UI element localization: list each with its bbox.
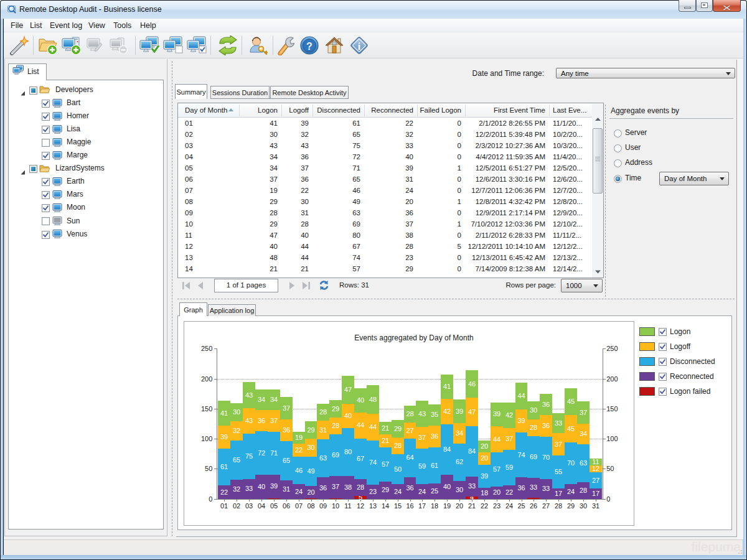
- svg-text:i: i: [358, 41, 361, 52]
- svg-text:?: ?: [306, 41, 312, 52]
